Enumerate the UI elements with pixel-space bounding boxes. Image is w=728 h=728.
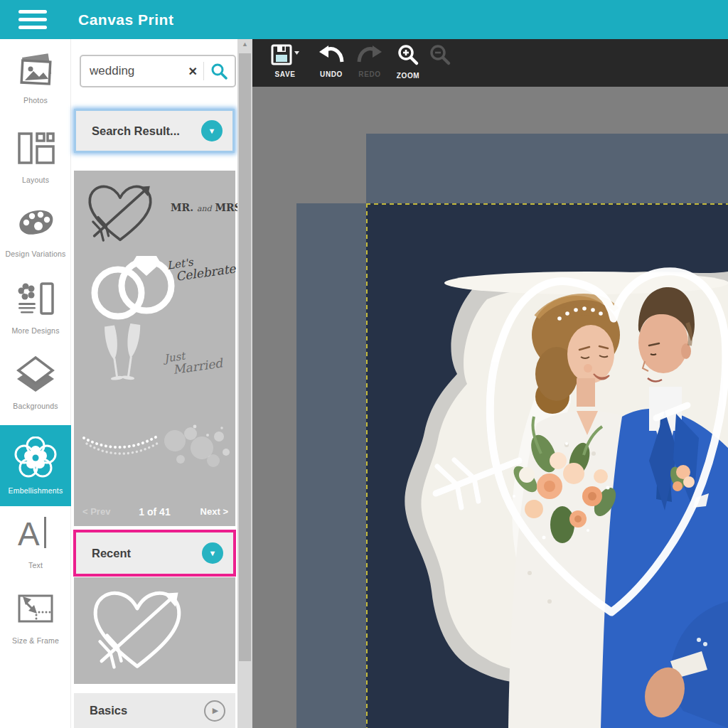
embellishments-panel: ✕ Search Result... ▼ MR. and MRS. [71,39,252,728]
embellishment-mr-and-mrs[interactable]: MR. and MRS. [171,202,245,213]
sidebar-item-embellishments[interactable]: Embellishments [0,425,71,506]
photos-icon [16,79,55,91]
sidebar-label: More Designs [0,326,71,335]
canvas-print-area[interactable] [366,203,728,728]
redo-button[interactable]: REDO [353,44,386,78]
sidebar-label: Text [0,561,71,569]
page-title: Canvas Print [78,0,173,39]
redo-icon [356,55,383,68]
pagination: < Prev 1 of 41 Next > [74,506,235,522]
embellishment-wedding-rings[interactable] [84,247,178,327]
sidebar-label: Backgrounds [0,402,71,410]
canvas-workspace [252,87,728,728]
sidebar-item-backgrounds[interactable]: Backgrounds [0,355,71,410]
embellishments-icon [14,469,57,481]
layouts-icon [16,159,55,171]
section-search-result[interactable]: Search Result... ▼ [74,109,235,153]
undo-icon [318,55,345,68]
app-header: Canvas Print [0,0,728,39]
undo-button[interactable]: UNDO [315,44,348,78]
play-icon: ▶ [213,706,218,715]
section-basics[interactable]: Basics ▶ [74,693,235,728]
section-label: Recent [92,547,202,560]
embellishment-heart-arrow[interactable] [78,178,162,252]
section-recent[interactable]: Recent ▼ [73,530,236,577]
sidebar-label: Layouts [0,176,71,184]
safe-area-dashed-border [366,203,728,205]
save-button[interactable]: SAVE [267,44,304,78]
zoom-out-icon [429,57,451,69]
recent-heart-arrow[interactable] [84,580,191,682]
sidebar-label: Embellishments [0,486,71,495]
sidebar-item-design-variations[interactable]: Design Variations [0,203,71,258]
safe-area-dashed-border [366,203,368,728]
palette-icon [15,232,56,245]
size-frame-icon [16,619,55,631]
hamburger-menu-icon[interactable] [18,10,47,29]
text-icon: A [16,544,55,556]
search-results-grid: MR. and MRS. Let's Celebrate [74,171,235,526]
sidebar-label: Photos [0,96,71,105]
sidebar-item-text[interactable]: A Text [0,514,71,569]
next-page-button[interactable]: Next > [200,506,228,517]
section-label: Basics [90,704,204,717]
zoom-out-button[interactable] [427,44,453,70]
scroll-up-icon[interactable]: ▲ [237,41,252,48]
clear-search-icon[interactable]: ✕ [183,65,203,78]
embellishment-just-married[interactable]: Just Married [164,346,223,378]
embellishment-bokeh[interactable] [158,418,235,478]
chevron-down-icon: ▼ [209,549,217,557]
sidebar-item-layouts[interactable]: Layouts [0,129,71,184]
embellishment-champagne-glasses[interactable] [97,323,149,405]
svg-text:A: A [18,515,40,552]
search-icon[interactable] [204,63,229,80]
recent-grid [74,577,235,684]
sidebar-item-photos[interactable]: Photos [0,49,71,105]
editor-main: SAVE UNDO REDO [252,39,728,728]
more-designs-icon [16,309,55,321]
sidebar-label: Size & Frame [0,636,71,645]
sidebar-label: Design Variations [0,250,71,258]
sidebar: Photos Layouts Design Variations [0,39,71,728]
section-label: Search Result... [92,124,201,138]
zoom-in-button[interactable]: ZOOM [392,44,424,80]
chevron-down-icon: ▼ [208,127,216,135]
search-box: ✕ [80,55,236,87]
scrollbar-thumb[interactable] [239,53,251,661]
sidebar-item-more-designs[interactable]: More Designs [0,279,71,335]
collapse-search-result-button[interactable]: ▼ [201,120,223,141]
zoom-in-icon [397,57,419,69]
backgrounds-icon [16,385,55,397]
save-icon [271,55,299,68]
collapse-recent-button[interactable]: ▼ [202,542,223,564]
panel-scrollbar[interactable]: ▲ [237,39,252,728]
search-input[interactable] [90,64,183,78]
canvas-design[interactable] [366,203,728,728]
embellishment-pearls[interactable] [80,428,164,465]
editor-toolbar: SAVE UNDO REDO [252,39,728,87]
expand-basics-button[interactable]: ▶ [204,700,225,722]
sidebar-item-size-frame[interactable]: Size & Frame [0,589,71,645]
